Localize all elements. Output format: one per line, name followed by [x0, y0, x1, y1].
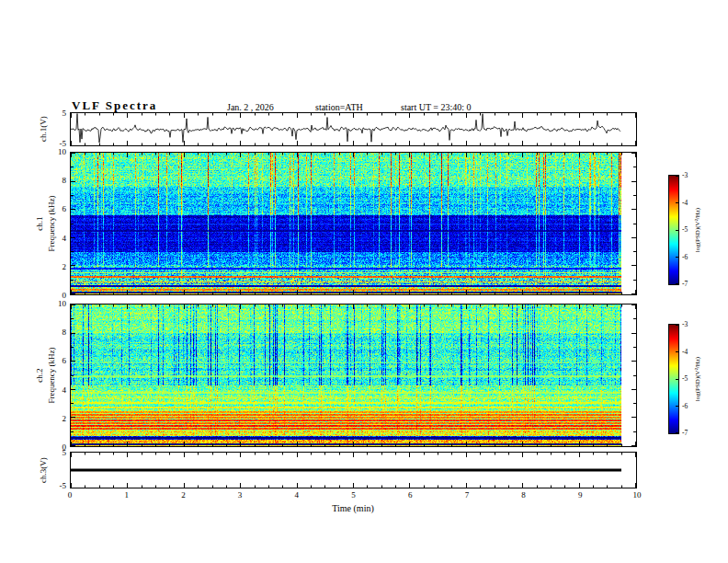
ch1-ytick-label: 5 [46, 109, 66, 118]
figure-title: VLF Spectra [72, 98, 157, 113]
x-tick-label: 1 [116, 490, 138, 500]
start-ut-label: start UT = 23:40: 0 [401, 102, 472, 112]
spec1-ytick-label: 8 [46, 176, 66, 185]
colorbar-2-tick-label: -4 [682, 349, 697, 356]
station-label: station=ATH [315, 102, 363, 112]
ylabel-spec2-channel: ch.2 [35, 368, 44, 382]
spec1-ytick-label: 4 [46, 234, 66, 243]
colorbar-2-tick-label: -5 [682, 375, 697, 383]
vlf-spectra-figure: VLF Spectra Jan. 2 , 2026 station=ATH st… [0, 0, 728, 563]
colorbar-2-tick-label: -6 [682, 403, 697, 410]
ylabel-ch3-voltage: ch.3(V) [39, 457, 48, 483]
spec2-ytick-label: 10 [46, 299, 66, 308]
ch3-ytick-label: 5 [46, 448, 66, 457]
ch1-spectrogram-canvas [71, 153, 636, 294]
ch3-waveform-panel [70, 452, 637, 488]
spec2-ytick-label: 2 [46, 414, 66, 423]
x-tick-label: 3 [229, 490, 251, 500]
colorbar-2-tick-label: -3 [682, 321, 697, 328]
spec1-ytick-label: 2 [46, 262, 66, 271]
ch1-waveform-canvas [71, 113, 636, 145]
ch3-ytick-label: -5 [46, 481, 66, 490]
colorbar-1-tick-label: -4 [682, 200, 697, 207]
ch3-waveform-canvas [71, 453, 636, 488]
colorbar-1-tick-label: -6 [682, 254, 697, 261]
x-tick-label: 5 [343, 490, 365, 500]
spec1-ytick-label: 6 [46, 204, 66, 213]
colorbar-2-tick-label: -7 [682, 430, 697, 437]
x-tick-label: 10 [626, 490, 648, 500]
ylabel-spec1-channel: ch.1 [35, 216, 44, 230]
colorbar-2-canvas [669, 325, 678, 433]
colorbar-1-canvas [669, 176, 678, 284]
date-label: Jan. 2 , 2026 [227, 102, 274, 112]
spec2-ytick-label: 8 [46, 327, 66, 337]
ch1-waveform-panel [70, 112, 637, 146]
ch1-ytick-label: -5 [46, 139, 66, 148]
colorbar-1-tick-label: -3 [682, 172, 697, 179]
x-tick-label: 2 [172, 490, 194, 500]
spec2-ytick-label: 4 [46, 385, 66, 395]
colorbar-1-tick-label: -7 [682, 281, 697, 288]
colorbar-2 [668, 324, 679, 434]
x-tick-label: 6 [399, 490, 421, 500]
colorbar-1 [668, 175, 679, 285]
ch1-spectrogram-panel [70, 152, 637, 295]
ylabel-ch1-voltage: ch.1(V) [39, 116, 48, 142]
x-tick-label: 4 [286, 490, 308, 500]
x-tick-label: 8 [513, 490, 535, 500]
ch2-spectrogram-canvas [71, 304, 636, 446]
colorbar-1-tick-label: -5 [682, 226, 697, 234]
ch2-spectrogram-panel [70, 304, 637, 447]
spec1-ytick-label: 10 [46, 147, 66, 156]
spec2-ytick-label: 6 [46, 356, 66, 365]
x-tick-label: 9 [569, 490, 591, 500]
x-axis-label: Time (min) [316, 503, 390, 513]
x-tick-label: 7 [456, 490, 478, 500]
x-tick-label: 0 [59, 490, 81, 500]
